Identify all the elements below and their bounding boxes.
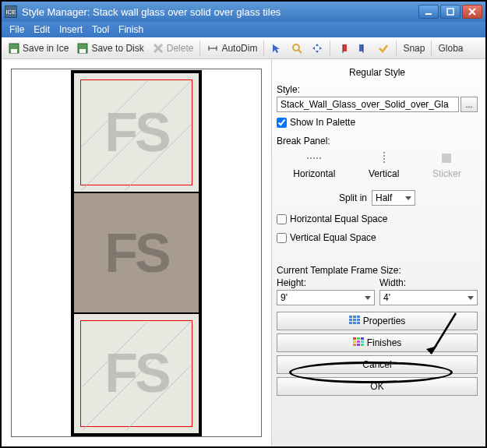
vertical-split-icon <box>376 151 393 165</box>
svg-rect-17 <box>359 44 363 51</box>
svg-rect-30 <box>357 316 360 318</box>
svg-rect-35 <box>353 322 356 324</box>
save-ice-label: Save in Ice <box>23 43 69 54</box>
preview-canvas[interactable]: FS FS FS <box>11 69 262 437</box>
save-in-ice-button[interactable]: Save in Ice <box>5 41 72 56</box>
svg-rect-38 <box>357 337 360 340</box>
delete-label: Delete <box>167 43 194 54</box>
toolbar-separator <box>431 41 432 56</box>
autodim-label: AutoDim <box>221 43 257 54</box>
disk-icon <box>76 42 89 55</box>
ok-label: OK <box>370 381 383 392</box>
split-in-value: Half <box>376 192 392 203</box>
tile-solid-middle[interactable]: FS <box>73 192 199 313</box>
panel-heading: Regular Style <box>277 67 478 78</box>
preview-pane: FS FS FS <box>2 59 271 446</box>
pointer-tool[interactable] <box>267 41 286 56</box>
style-name-input[interactable] <box>277 97 459 112</box>
break-horizontal-label: Horizontal <box>293 168 335 179</box>
height-value: 9' <box>281 292 288 303</box>
minimize-button[interactable] <box>418 5 439 19</box>
fs-watermark: FS <box>104 101 168 164</box>
svg-rect-28 <box>349 316 352 318</box>
finishes-button[interactable]: Finishes <box>277 333 478 352</box>
ok-button[interactable]: OK <box>277 377 478 396</box>
delete-x-icon <box>152 42 164 55</box>
split-in-combo[interactable]: Half <box>372 190 415 206</box>
close-button[interactable] <box>462 5 482 19</box>
toolbar-separator <box>199 41 200 56</box>
finishes-grid-icon <box>353 337 364 349</box>
h-equal-label: Horizontal Equal Space <box>290 213 387 224</box>
break-horizontal[interactable]: Horizontal <box>293 151 335 179</box>
zoom-tool[interactable] <box>288 41 306 56</box>
autodim-icon <box>206 42 219 55</box>
maximize-button[interactable] <box>440 5 461 19</box>
check-icon <box>377 42 390 55</box>
save-to-disk-button[interactable]: Save to Disk <box>73 41 146 56</box>
width-combo[interactable]: 4' <box>379 290 478 305</box>
menu-file[interactable]: File <box>5 23 29 37</box>
svg-line-22 <box>82 322 191 431</box>
svg-rect-42 <box>361 340 364 343</box>
disk-ice-icon <box>8 42 20 55</box>
svg-rect-36 <box>357 322 360 324</box>
fs-watermark: FS <box>104 342 168 404</box>
properties-button[interactable]: Properties <box>277 312 478 330</box>
svg-point-13 <box>293 44 299 51</box>
svg-line-23 <box>82 322 147 387</box>
delete-button[interactable]: Delete <box>149 41 197 56</box>
finishes-label: Finishes <box>367 337 402 348</box>
menu-finish[interactable]: Finish <box>114 23 148 37</box>
blue-flag-tool[interactable] <box>354 41 372 56</box>
svg-line-20 <box>82 81 147 146</box>
move-arrows-icon <box>311 42 323 55</box>
toolbar-separator <box>330 41 330 56</box>
svg-rect-43 <box>353 344 356 346</box>
menu-edit[interactable]: Edit <box>29 23 55 37</box>
h-equal-checkbox[interactable] <box>277 214 287 224</box>
pan-tool[interactable] <box>308 41 326 56</box>
check-tool[interactable] <box>374 41 393 56</box>
magnify-icon <box>291 42 303 55</box>
red-flag-tool[interactable] <box>333 41 352 56</box>
svg-rect-31 <box>349 319 352 321</box>
v-equal-checkbox[interactable] <box>277 233 287 243</box>
show-in-palette-row[interactable]: Show In Palette <box>277 117 478 128</box>
style-label: Style: <box>277 84 478 95</box>
snap-button[interactable]: Snap <box>400 41 428 55</box>
svg-rect-15 <box>343 44 347 51</box>
svg-rect-1 <box>447 9 453 15</box>
svg-line-19 <box>82 81 191 190</box>
cancel-button[interactable]: Cancel <box>277 355 478 374</box>
global-button[interactable]: Globa <box>435 41 466 55</box>
save-disk-label: Save to Disk <box>91 43 143 54</box>
show-in-palette-checkbox[interactable] <box>277 118 287 128</box>
autodim-button[interactable]: AutoDim <box>203 41 260 56</box>
properties-panel: Regular Style Style: ... Show In Palette… <box>271 59 485 446</box>
menu-tool[interactable]: Tool <box>87 23 114 37</box>
snap-label: Snap <box>403 43 425 54</box>
tile-stack: FS FS FS <box>71 70 202 436</box>
pointer-icon <box>270 42 283 55</box>
glass-hatch-icon <box>82 81 191 190</box>
menu-insert[interactable]: Insert <box>55 23 87 37</box>
red-flag-icon <box>337 42 349 55</box>
tile-glass-bottom[interactable]: FS <box>73 313 199 434</box>
svg-line-21 <box>125 125 191 190</box>
break-vertical[interactable]: Vertical <box>369 151 399 179</box>
sticker-icon <box>438 151 455 165</box>
svg-rect-40 <box>353 340 356 343</box>
app-icon: ICE <box>5 5 17 18</box>
tile-glass-top[interactable]: FS <box>73 72 199 193</box>
title-bar: ICE Style Manager: Stack wall glass over… <box>2 2 485 22</box>
break-sticker: Sticker <box>432 151 461 179</box>
blue-flag-icon <box>357 42 369 55</box>
menu-bar: File Edit Insert Tool Finish <box>2 22 485 37</box>
h-equal-row[interactable]: Horizontal Equal Space <box>277 213 478 224</box>
v-equal-row[interactable]: Vertical Equal Space <box>277 232 478 243</box>
style-browse-button[interactable]: ... <box>461 97 478 112</box>
height-combo[interactable]: 9' <box>277 290 375 305</box>
svg-rect-27 <box>442 153 451 163</box>
height-label: Height: <box>277 277 375 288</box>
